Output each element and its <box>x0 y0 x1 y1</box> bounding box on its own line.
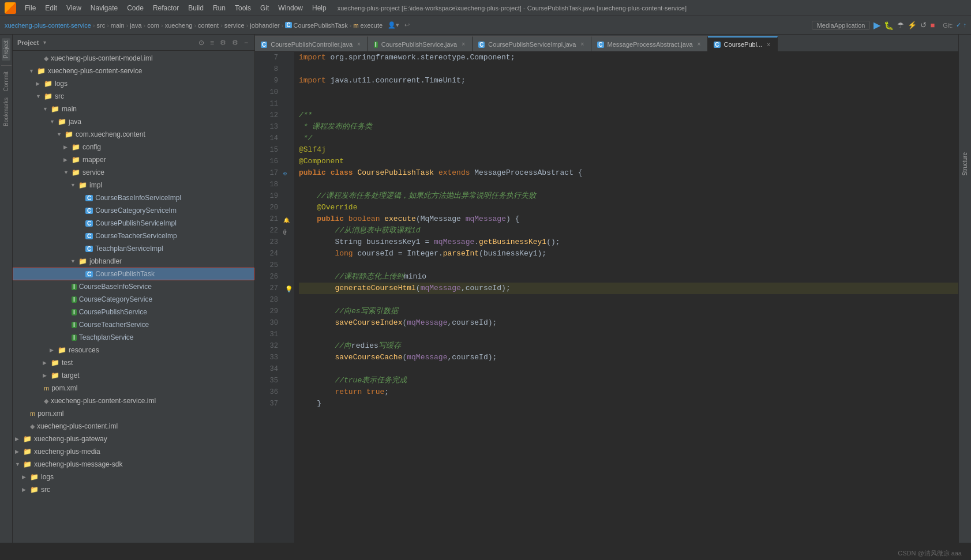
tab-5[interactable]: CCoursePubl...× <box>708 36 778 51</box>
file-name: xuecheng-plus-media <box>34 448 100 456</box>
tab-icon: C <box>714 41 720 48</box>
reload-button[interactable]: ↺ <box>920 21 927 29</box>
toolbar-right: MediaApplication ▶ 🐛 ☂ ⚡ ↺ ■ Git: ✓ ↑ <box>812 20 966 31</box>
panel-dropdown[interactable]: ▾ <box>43 39 46 46</box>
tree-item-28[interactable]: ◆xuecheng-plus-content-service.iml <box>13 394 254 407</box>
tree-item-25[interactable]: ▶📁test <box>13 356 254 369</box>
file-name: com.xuecheng.content <box>76 130 145 138</box>
tab-3[interactable]: CCoursePublishServiceImpl.java× <box>473 36 591 51</box>
breadcrumb-java[interactable]: java <box>130 22 141 29</box>
breadcrumb-src[interactable]: src <box>96 22 105 29</box>
tree-item-5[interactable]: ▼📁main <box>13 103 254 115</box>
menu-refactor[interactable]: Refactor <box>149 3 183 13</box>
tree-item-15[interactable]: CCourseTeacherServiceImp <box>13 230 254 242</box>
stop-button[interactable]: ■ <box>930 21 935 29</box>
tree-item-30[interactable]: ◆xuecheng-plus-content.iml <box>13 420 254 433</box>
tree-item-22[interactable]: ICourseTeacherService <box>13 318 254 331</box>
file-icon-java-c: C <box>85 245 93 253</box>
locate-icon[interactable]: ⊙ <box>197 38 206 47</box>
code-line-17: public class CoursePublishTask extends M… <box>299 167 958 179</box>
tree-item-3[interactable]: ▶📁logs <box>13 77 254 90</box>
commit-tab[interactable]: Commit <box>2 70 10 92</box>
tree-item-35[interactable]: ▶📁src <box>13 483 254 496</box>
tab-close[interactable]: × <box>460 40 466 48</box>
tree-item-14[interactable]: CCoursePublishServiceImpl <box>13 217 254 230</box>
tree-item-13[interactable]: CCourseCategoryServiceIm <box>13 204 254 217</box>
menu-code[interactable]: Code <box>123 3 148 13</box>
collapse-icon[interactable]: ≡ <box>208 38 216 47</box>
structure-tab[interactable]: Structure <box>961 150 969 178</box>
filter-icon[interactable]: ⚙ <box>218 38 228 47</box>
tree-item-31[interactable]: ▶📁xuecheng-plus-gateway <box>13 433 254 445</box>
tree-item-20[interactable]: ICourseCategoryService <box>13 293 254 306</box>
menu-window[interactable]: Window <box>274 3 307 13</box>
profile-button[interactable]: ⚡ <box>908 21 917 29</box>
run-config-dropdown[interactable]: MediaApplication <box>812 21 871 30</box>
tree-item-9[interactable]: ▶📁mapper <box>13 153 254 166</box>
tree-item-10[interactable]: ▼📁service <box>13 166 254 179</box>
coverage-button[interactable]: ☂ <box>897 21 904 29</box>
run-button[interactable]: ▶ <box>873 20 880 31</box>
tab-close[interactable]: × <box>696 40 702 48</box>
file-tree[interactable]: ◆xuecheng-plus-content-model.iml▼📁xueche… <box>13 51 254 543</box>
tree-item-18[interactable]: CCoursePublishTask <box>13 268 254 280</box>
token-cmt: /** <box>299 111 312 119</box>
menu-help[interactable]: Help <box>308 3 331 13</box>
debug-button[interactable]: 🐛 <box>884 21 894 30</box>
menu-run[interactable]: Run <box>209 3 230 13</box>
code-line-26: //课程静态化上传到minio <box>299 271 958 283</box>
tree-item-29[interactable]: mpom.xml <box>13 407 254 420</box>
tree-item-24[interactable]: ▶📁resources <box>13 344 254 356</box>
menu-tools[interactable]: Tools <box>231 3 255 13</box>
tree-item-34[interactable]: ▶📁logs <box>13 471 254 483</box>
menu-navigate[interactable]: Navigate <box>87 3 122 13</box>
tree-item-21[interactable]: ICoursePublishService <box>13 306 254 318</box>
menu-git[interactable]: Git <box>256 3 273 13</box>
tree-item-17[interactable]: ▼📁jobhandler <box>13 255 254 268</box>
tab-1[interactable]: CCoursePublishController.java× <box>255 36 368 51</box>
tab-close[interactable]: × <box>766 41 771 48</box>
tree-item-12[interactable]: CCourseBaseInfoServiceImpl <box>13 191 254 204</box>
breadcrumb-service[interactable]: xuecheng-plus-content-service <box>5 22 91 29</box>
tab-2[interactable]: ICoursePublishService.java× <box>368 36 473 51</box>
tree-item-6[interactable]: ▼📁java <box>13 115 254 128</box>
tree-item-26[interactable]: ▶📁target <box>13 369 254 382</box>
tree-item-2[interactable]: ▼📁xuecheng-plus-content-service <box>13 65 254 77</box>
tree-item-27[interactable]: mpom.xml <box>13 382 254 394</box>
git-label: Git: <box>943 22 953 29</box>
tab-close[interactable]: × <box>356 40 362 48</box>
project-tab[interactable]: Project <box>2 38 10 61</box>
tab-4[interactable]: CMessageProcessAbstract.java× <box>591 36 708 51</box>
tree-item-4[interactable]: ▼📁src <box>13 90 254 103</box>
tree-item-16[interactable]: CTeachplanServiceImpl <box>13 242 254 255</box>
tree-item-23[interactable]: ITeachplanService <box>13 331 254 344</box>
menu-build[interactable]: Build <box>184 3 208 13</box>
menu-edit[interactable]: Edit <box>41 3 61 13</box>
breadcrumb-com[interactable]: com <box>147 22 159 29</box>
breadcrumb-xuecheng[interactable]: xuecheng <box>165 22 193 29</box>
settings-icon[interactable]: ⚙ <box>230 38 240 47</box>
breadcrumb-content[interactable]: content <box>198 22 219 29</box>
token-cls: Integer <box>407 249 438 258</box>
tree-item-1[interactable]: ◆xuecheng-plus-content-model.iml <box>13 52 254 65</box>
breadcrumb-svc[interactable]: service <box>224 22 245 29</box>
bookmarks-tab[interactable]: Bookmarks <box>2 96 10 127</box>
breadcrumb-method-name[interactable]: execute <box>361 22 383 29</box>
token-var: ; <box>461 76 466 85</box>
breadcrumb-jobhandler[interactable]: jobhandler <box>250 22 279 29</box>
tree-item-8[interactable]: ▶📁config <box>13 141 254 153</box>
minimize-icon[interactable]: − <box>242 38 250 47</box>
line-number-14: 14 <box>260 133 278 144</box>
token-var: (); <box>546 238 560 246</box>
tree-item-19[interactable]: ICourseBaseInfoService <box>13 280 254 293</box>
code-content[interactable]: import org.springframework.stereotype.Co… <box>294 52 958 543</box>
tab-close[interactable]: × <box>579 40 585 48</box>
tree-item-32[interactable]: ▶📁xuecheng-plus-media <box>13 445 254 458</box>
tree-item-11[interactable]: ▼📁impl <box>13 179 254 191</box>
menu-file[interactable]: File <box>21 3 40 13</box>
menu-view[interactable]: View <box>62 3 85 13</box>
tree-item-33[interactable]: ▼📁xuecheng-plus-message-sdk <box>13 458 254 471</box>
breadcrumb-main[interactable]: main <box>111 22 125 29</box>
breadcrumb-class-name[interactable]: CoursePublishTask <box>294 22 348 29</box>
tree-item-7[interactable]: ▼📁com.xuecheng.content <box>13 128 254 141</box>
